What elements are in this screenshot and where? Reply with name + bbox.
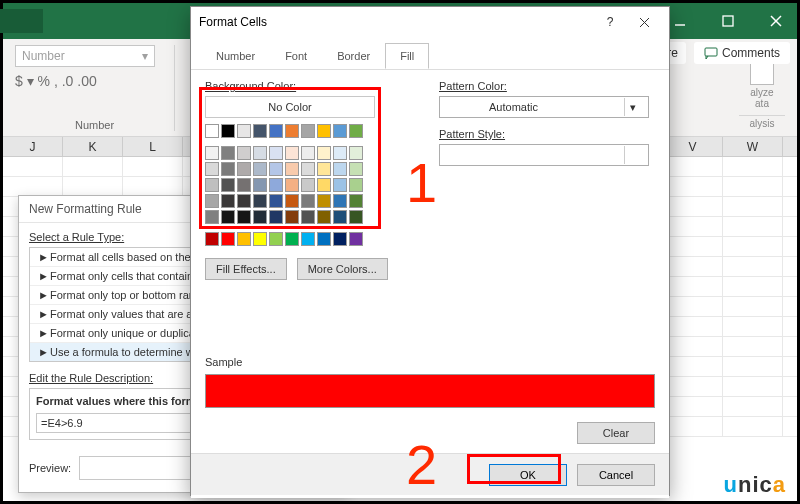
color-swatch[interactable]: [269, 194, 283, 208]
color-swatch[interactable]: [253, 194, 267, 208]
color-swatch[interactable]: [221, 162, 235, 176]
color-swatch[interactable]: [205, 146, 219, 160]
color-swatch[interactable]: [285, 124, 299, 138]
color-swatch[interactable]: [205, 210, 219, 224]
tab-font[interactable]: Font: [270, 43, 322, 69]
color-swatch[interactable]: [349, 124, 363, 138]
help-button[interactable]: ?: [593, 10, 627, 34]
tab-fill[interactable]: Fill: [385, 43, 429, 69]
number-format-dropdown[interactable]: Number ▾: [15, 45, 155, 67]
color-swatch[interactable]: [221, 124, 235, 138]
ok-button[interactable]: OK: [489, 464, 567, 486]
annotation-number-2: 2: [406, 432, 437, 497]
color-swatch[interactable]: [205, 194, 219, 208]
ribbon-group-label: Number: [15, 119, 174, 131]
close-button[interactable]: [755, 3, 797, 39]
color-swatch[interactable]: [301, 146, 315, 160]
color-swatch[interactable]: [253, 124, 267, 138]
color-swatch[interactable]: [285, 194, 299, 208]
color-swatch[interactable]: [221, 146, 235, 160]
color-swatch[interactable]: [349, 162, 363, 176]
color-swatch[interactable]: [237, 232, 251, 246]
color-swatch[interactable]: [237, 162, 251, 176]
color-swatch[interactable]: [349, 146, 363, 160]
color-swatch[interactable]: [253, 232, 267, 246]
color-swatch[interactable]: [269, 146, 283, 160]
dialog-close-button[interactable]: [627, 10, 661, 34]
color-swatch[interactable]: [285, 146, 299, 160]
color-swatch[interactable]: [221, 232, 235, 246]
color-swatch[interactable]: [301, 210, 315, 224]
color-swatch[interactable]: [285, 178, 299, 192]
color-swatch[interactable]: [269, 178, 283, 192]
color-swatch[interactable]: [333, 178, 347, 192]
color-swatch[interactable]: [333, 232, 347, 246]
color-swatch[interactable]: [269, 162, 283, 176]
color-swatch[interactable]: [317, 194, 331, 208]
color-swatch[interactable]: [237, 178, 251, 192]
comments-button[interactable]: Comments: [694, 42, 790, 64]
sample-preview: [205, 374, 655, 408]
close-icon: [639, 17, 650, 28]
color-swatch[interactable]: [237, 124, 251, 138]
color-swatch[interactable]: [301, 194, 315, 208]
pattern-color-label: Pattern Color:: [439, 80, 507, 92]
more-colors-button[interactable]: More Colors...: [297, 258, 388, 280]
fc-tabs: Number Font Border Fill: [191, 37, 669, 70]
chevron-down-icon: ▾: [624, 146, 642, 164]
fill-effects-button[interactable]: Fill Effects...: [205, 258, 287, 280]
color-swatch[interactable]: [221, 210, 235, 224]
color-swatch[interactable]: [253, 162, 267, 176]
color-swatch[interactable]: [205, 178, 219, 192]
color-swatch[interactable]: [317, 178, 331, 192]
color-swatch[interactable]: [301, 124, 315, 138]
color-swatch[interactable]: [333, 162, 347, 176]
color-swatch[interactable]: [317, 162, 331, 176]
comment-icon: [704, 47, 718, 59]
color-swatch[interactable]: [317, 124, 331, 138]
color-swatch[interactable]: [205, 162, 219, 176]
color-swatch[interactable]: [301, 162, 315, 176]
color-swatch[interactable]: [269, 124, 283, 138]
color-swatch[interactable]: [221, 194, 235, 208]
tab-number[interactable]: Number: [201, 43, 270, 69]
search-input[interactable]: Search: [0, 9, 43, 33]
color-swatch[interactable]: [285, 210, 299, 224]
color-swatch[interactable]: [333, 194, 347, 208]
color-swatch[interactable]: [221, 178, 235, 192]
chevron-down-icon: ▾: [624, 98, 642, 116]
color-swatch[interactable]: [285, 232, 299, 246]
color-swatch[interactable]: [237, 146, 251, 160]
analyze-data-button[interactable]: alyze ata alysis: [739, 61, 785, 129]
color-swatch[interactable]: [333, 146, 347, 160]
pattern-color-select[interactable]: Automatic ▾: [439, 96, 649, 118]
color-swatch[interactable]: [333, 124, 347, 138]
color-swatch[interactable]: [317, 232, 331, 246]
color-swatch[interactable]: [317, 210, 331, 224]
color-swatch[interactable]: [205, 124, 219, 138]
cancel-button[interactable]: Cancel: [577, 464, 655, 486]
color-swatch[interactable]: [237, 210, 251, 224]
color-swatch[interactable]: [253, 178, 267, 192]
color-swatch[interactable]: [349, 210, 363, 224]
color-swatch[interactable]: [333, 210, 347, 224]
color-swatch[interactable]: [301, 232, 315, 246]
maximize-button[interactable]: [707, 3, 749, 39]
color-swatch[interactable]: [205, 232, 219, 246]
color-swatch[interactable]: [253, 146, 267, 160]
color-swatch[interactable]: [349, 178, 363, 192]
color-swatch[interactable]: [301, 178, 315, 192]
pattern-style-select[interactable]: . ▾: [439, 144, 649, 166]
color-swatch[interactable]: [349, 232, 363, 246]
color-swatch[interactable]: [349, 194, 363, 208]
color-swatch[interactable]: [269, 232, 283, 246]
color-swatch[interactable]: [253, 210, 267, 224]
clear-button[interactable]: Clear: [577, 422, 655, 444]
color-swatch[interactable]: [237, 194, 251, 208]
number-format-buttons[interactable]: $ ▾ % , .0 .00: [15, 73, 174, 89]
tab-border[interactable]: Border: [322, 43, 385, 69]
color-swatch[interactable]: [317, 146, 331, 160]
color-swatch[interactable]: [269, 210, 283, 224]
color-swatch[interactable]: [285, 162, 299, 176]
no-color-button[interactable]: No Color: [205, 96, 375, 118]
